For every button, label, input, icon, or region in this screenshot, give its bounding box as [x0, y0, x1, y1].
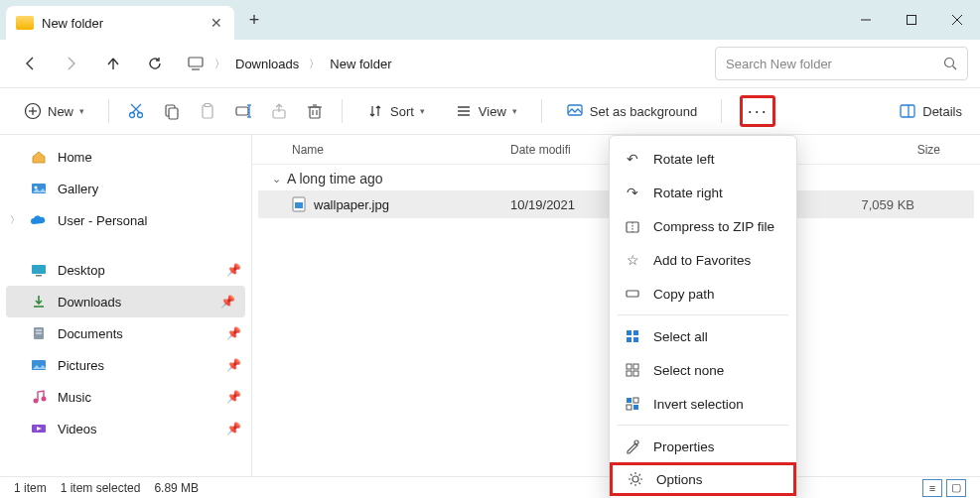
favorite-icon: ☆ — [624, 251, 641, 269]
ellipsis-icon: ··· — [748, 101, 769, 122]
divider — [108, 99, 109, 123]
pin-icon: 📌 — [226, 358, 241, 372]
svg-rect-48 — [295, 202, 303, 208]
chevron-down-icon: ▾ — [512, 106, 517, 116]
view-icon — [455, 102, 473, 120]
maximize-button[interactable] — [889, 0, 934, 40]
svg-rect-52 — [627, 330, 631, 335]
chevron-down-icon: ⌄ — [272, 173, 281, 186]
toolbar: New ▾ Sort ▾ View ▾ Set as background ··… — [0, 87, 980, 135]
onedrive-icon — [30, 211, 48, 229]
details-button[interactable]: Details — [899, 102, 962, 120]
menu-rotate-left[interactable]: ↶Rotate left — [610, 142, 796, 176]
set-background-label: Set as background — [590, 104, 697, 119]
rotate-left-icon: ↶ — [624, 150, 641, 168]
sidebar-item-music[interactable]: Music 📌 — [0, 381, 251, 413]
chevron-down-icon: ▾ — [79, 106, 84, 116]
menu-select-none[interactable]: Select none — [610, 353, 796, 387]
pin-icon: 📌 — [226, 263, 241, 277]
sidebar-item-user[interactable]: 〉 User - Personal — [0, 204, 251, 236]
copy-icon[interactable] — [163, 102, 181, 120]
refresh-button[interactable] — [137, 46, 173, 81]
context-menu: ↶Rotate left ↷Rotate right Compress to Z… — [609, 135, 797, 498]
up-button[interactable] — [95, 46, 131, 81]
svg-rect-57 — [633, 364, 638, 369]
options-icon — [627, 470, 644, 488]
select-all-icon — [624, 327, 641, 345]
sidebar-item-label: Videos — [58, 422, 97, 436]
svg-rect-37 — [32, 265, 46, 274]
status-size: 6.89 MB — [154, 481, 199, 495]
menu-compress[interactable]: Compress to ZIP file — [610, 209, 796, 243]
folder-icon — [16, 16, 34, 30]
sidebar-item-documents[interactable]: Documents 📌 — [0, 317, 251, 349]
minimize-button[interactable] — [843, 0, 889, 40]
menu-properties[interactable]: Properties — [610, 430, 796, 463]
cut-icon[interactable] — [127, 102, 145, 120]
sidebar-item-gallery[interactable]: Gallery — [0, 173, 251, 204]
downloads-icon — [30, 293, 48, 311]
sidebar-item-desktop[interactable]: Desktop 📌 — [0, 254, 251, 286]
sidebar-item-label: User - Personal — [58, 213, 147, 228]
group-label: A long time ago — [287, 171, 383, 187]
sidebar-item-pictures[interactable]: Pictures 📌 — [0, 349, 251, 381]
forward-button[interactable] — [54, 46, 89, 81]
invert-icon — [624, 395, 641, 413]
sidebar-item-label: Documents — [58, 326, 123, 341]
view-details-button[interactable]: ≡ — [922, 479, 942, 497]
close-button[interactable] — [934, 0, 980, 40]
svg-rect-55 — [633, 337, 638, 342]
zip-icon — [624, 217, 641, 235]
delete-icon[interactable] — [306, 102, 324, 120]
status-selected: 1 item selected — [61, 481, 141, 495]
share-icon[interactable] — [270, 102, 288, 120]
menu-add-favorites[interactable]: ☆Add to Favorites — [610, 243, 796, 277]
search-icon — [943, 57, 957, 70]
plus-circle-icon — [24, 102, 42, 120]
videos-icon — [30, 420, 48, 437]
separator — [618, 314, 788, 315]
column-size[interactable]: Size — [798, 143, 980, 157]
view-icons-button[interactable]: ▢ — [946, 479, 966, 497]
svg-point-45 — [42, 397, 47, 402]
column-name[interactable]: Name — [252, 143, 510, 157]
view-button[interactable]: View ▾ — [449, 95, 523, 127]
sidebar-item-home[interactable]: Home — [0, 141, 251, 173]
menu-copy-path[interactable]: Copy path — [610, 277, 796, 311]
breadcrumb-item[interactable]: Downloads — [235, 57, 299, 71]
sidebar-item-videos[interactable]: Videos 📌 — [0, 413, 251, 444]
more-button[interactable]: ··· — [740, 95, 775, 127]
pin-icon: 📌 — [226, 390, 241, 404]
back-button[interactable] — [12, 46, 48, 81]
set-background-button[interactable]: Set as background — [560, 95, 703, 127]
menu-invert-selection[interactable]: Invert selection — [610, 387, 796, 421]
chevron-right-icon[interactable]: 〉 — [10, 213, 20, 227]
new-button[interactable]: New ▾ — [18, 95, 90, 127]
svg-rect-63 — [633, 405, 638, 410]
svg-point-6 — [945, 59, 954, 67]
menu-options[interactable]: Options — [610, 462, 796, 496]
new-tab-button[interactable]: + — [240, 6, 268, 34]
breadcrumb[interactable]: 〉 Downloads 〉 New folder — [187, 55, 709, 72]
breadcrumb-item[interactable]: New folder — [330, 57, 391, 71]
new-label: New — [48, 104, 73, 119]
svg-line-7 — [953, 66, 957, 70]
chevron-right-icon: 〉 — [309, 57, 320, 71]
paste-icon[interactable] — [199, 102, 216, 120]
svg-point-65 — [632, 476, 638, 482]
tab-title: New folder — [42, 16, 103, 31]
search-input[interactable]: Search New folder — [715, 47, 968, 80]
sort-button[interactable]: Sort ▾ — [360, 95, 431, 127]
svg-rect-61 — [633, 398, 638, 403]
menu-rotate-right[interactable]: ↷Rotate right — [610, 176, 796, 209]
file-name: wallpaper.jpg — [314, 197, 389, 212]
window-tab[interactable]: New folder ✕ — [6, 6, 234, 40]
svg-rect-18 — [205, 104, 210, 107]
rename-icon[interactable] — [234, 102, 252, 120]
sidebar-item-downloads[interactable]: Downloads 📌 — [6, 286, 245, 317]
menu-select-all[interactable]: Select all — [610, 319, 796, 353]
sidebar: Home Gallery 〉 User - Personal Desktop 📌… — [0, 135, 252, 478]
close-tab-icon[interactable]: ✕ — [210, 15, 222, 31]
copypath-icon — [624, 285, 641, 303]
home-icon — [30, 148, 48, 166]
